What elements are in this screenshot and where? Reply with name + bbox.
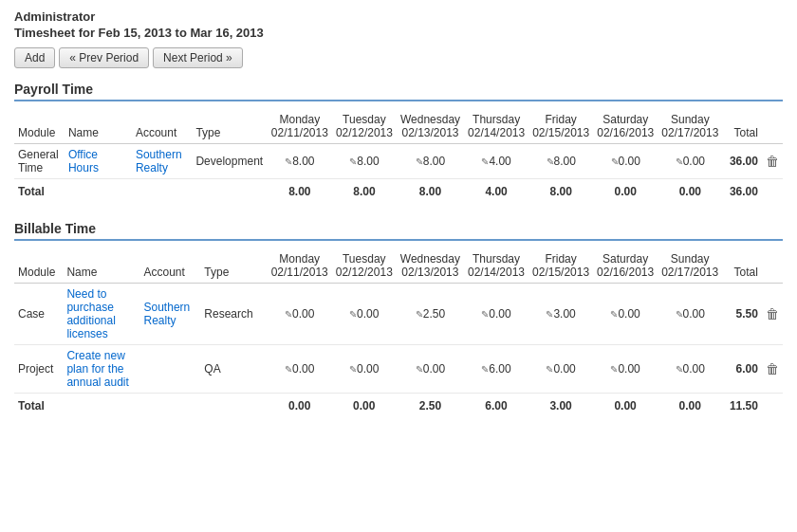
billable-row-thu[interactable]: ✎6.00 [464,345,528,394]
billable-row-fri[interactable]: ✎0.00 [528,345,593,394]
billable-row-name: Need to purchase additional licenses [63,284,139,345]
billable-row-module: Project [14,345,63,394]
payroll-col-action [762,109,783,144]
billable-col-mon: Monday 02/11/2013 [268,248,332,284]
billable-row-account [140,345,201,394]
payroll-total-action [762,179,783,203]
payroll-title: Payroll Time [14,82,783,101]
billable-total-fri: 3.00 [528,394,593,417]
billable-total-sun: 0.00 [658,394,722,417]
next-period-button[interactable]: Next Period » [153,47,243,68]
billable-total-action [762,394,783,417]
billable-row-account: Southern Realty [140,284,201,345]
billable-row-sun[interactable]: ✎0.00 [658,284,722,345]
payroll-col-total: Total [722,109,762,144]
payroll-section: Payroll Time Module Name Account Type Mo… [14,82,783,202]
billable-row-wed[interactable]: ✎0.00 [397,345,464,394]
payroll-col-module: Module [14,109,65,144]
payroll-total-label: Total [14,179,268,203]
payroll-col-sun: Sunday 02/17/2013 [658,109,722,144]
billable-total-label: Total [14,394,268,417]
billable-col-sun: Sunday 02/17/2013 [658,248,722,284]
billable-col-account: Account [140,248,201,284]
payroll-row-account: Southern Realty [132,144,193,179]
billable-row-type: Research [200,284,267,345]
payroll-total-sat: 0.00 [593,179,658,203]
payroll-col-mon: Monday 02/11/2013 [268,109,332,144]
billable-row-mon[interactable]: ✎0.00 [268,284,332,345]
billable-col-sat: Saturday 02/16/2013 [593,248,658,284]
billable-name-link[interactable]: Create new plan for the annual audit [66,349,128,389]
payroll-col-fri: Friday 02/15/2013 [528,109,593,144]
payroll-row-sat[interactable]: ✎0.00 [593,144,658,179]
billable-col-name: Name [63,248,139,284]
billable-account-link[interactable]: Southern Realty [144,301,191,327]
billable-row-total: 5.50 [722,284,762,345]
prev-period-button[interactable]: « Prev Period [59,47,149,68]
payroll-row-tue[interactable]: ✎8.00 [332,144,397,179]
payroll-row-0: General Time Office Hours Southern Realt… [14,144,783,179]
billable-total-total: 11.50 [722,394,762,417]
payroll-col-sat: Saturday 02/16/2013 [593,109,658,144]
billable-title: Billable Time [14,221,783,241]
payroll-row-thu[interactable]: ✎4.00 [464,144,528,179]
billable-row-fri[interactable]: ✎3.00 [528,284,593,345]
billable-row-delete[interactable]: 🗑 [762,345,783,394]
billable-col-action [762,248,783,284]
payroll-total-tue: 8.00 [332,179,397,203]
billable-row-wed[interactable]: ✎2.50 [397,284,464,345]
payroll-row-module: General Time [14,144,65,179]
payroll-col-tue: Tuesday 02/12/2013 [332,109,397,144]
payroll-row-delete[interactable]: 🗑 [762,144,783,179]
payroll-col-wed: Wednesday 02/13/2013 [397,109,464,144]
billable-col-wed: Wednesday 02/13/2013 [397,248,464,284]
payroll-row-total: 36.00 [722,144,762,179]
payroll-account-link[interactable]: Southern Realty [136,148,182,174]
payroll-row-fri[interactable]: ✎8.00 [528,144,593,179]
payroll-total-row: Total 8.00 8.00 8.00 4.00 8.00 0.00 0.00… [14,179,783,203]
billable-col-module: Module [14,248,63,284]
payroll-row-type: Development [192,144,267,179]
billable-row-delete[interactable]: 🗑 [762,284,783,345]
billable-row-1: Project Create new plan for the annual a… [14,345,783,394]
payroll-col-name: Name [65,109,132,144]
payroll-col-thu: Thursday 02/14/2013 [464,109,528,144]
action-buttons: Add « Prev Period Next Period » [14,47,783,68]
billable-col-tue: Tuesday 02/12/2013 [332,248,397,284]
payroll-row-wed[interactable]: ✎8.00 [397,144,464,179]
billable-table: Module Name Account Type Monday 02/11/20… [14,248,783,416]
billable-col-type: Type [200,248,267,284]
payroll-name-link[interactable]: Office Hours [68,148,99,174]
billable-name-link[interactable]: Need to purchase additional licenses [66,287,115,340]
billable-col-thu: Thursday 02/14/2013 [464,248,528,284]
billable-row-sun[interactable]: ✎0.00 [658,345,722,394]
add-button[interactable]: Add [14,47,55,68]
billable-total-sat: 0.00 [593,394,658,417]
billable-row-name: Create new plan for the annual audit [63,345,139,394]
payroll-total-sun: 0.00 [658,179,722,203]
payroll-total-mon: 8.00 [268,179,332,203]
billable-total-mon: 0.00 [268,394,332,417]
billable-total-wed: 2.50 [397,394,464,417]
payroll-total-fri: 8.00 [528,179,593,203]
payroll-row-sun[interactable]: ✎0.00 [658,144,722,179]
billable-row-tue[interactable]: ✎0.00 [332,345,397,394]
billable-total-row: Total 0.00 0.00 2.50 6.00 3.00 0.00 0.00… [14,394,783,417]
billable-row-thu[interactable]: ✎0.00 [464,284,528,345]
billable-col-total: Total [722,248,762,284]
payroll-total-wed: 8.00 [397,179,464,203]
billable-row-mon[interactable]: ✎0.00 [268,345,332,394]
billable-row-module: Case [14,284,63,345]
billable-row-type: QA [200,345,267,394]
billable-total-tue: 0.00 [332,394,397,417]
timesheet-period: Timesheet for Feb 15, 2013 to Mar 16, 20… [14,26,783,40]
payroll-table: Module Name Account Type Monday 02/11/20… [14,109,783,202]
billable-row-sat[interactable]: ✎0.00 [593,345,658,394]
billable-row-sat[interactable]: ✎0.00 [593,284,658,345]
payroll-total-total: 36.00 [722,179,762,203]
payroll-col-account: Account [132,109,193,144]
billable-row-tue[interactable]: ✎0.00 [332,284,397,345]
billable-row-total: 6.00 [722,345,762,394]
payroll-col-type: Type [192,109,267,144]
payroll-row-mon[interactable]: ✎8.00 [268,144,332,179]
